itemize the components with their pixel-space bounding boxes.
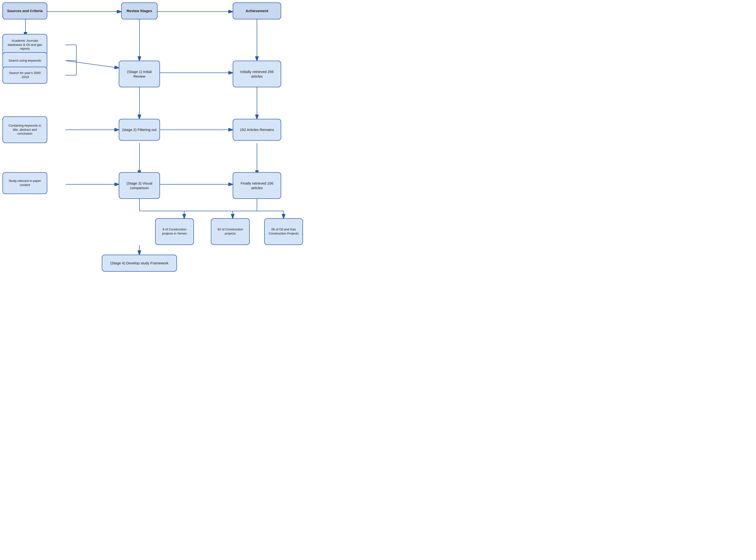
stage2-box: (stage 2) Filtering out	[119, 119, 160, 141]
stage1-box: (Stage 1) Initial Review	[119, 61, 160, 87]
construction-yemen-label: 8 of Construction projects in Yemen	[159, 227, 190, 236]
stage4-box: (Stage 4) Develop study Framework	[102, 255, 177, 272]
achievement-box: Achievement	[233, 2, 281, 19]
achievement-label: Achievement	[246, 8, 268, 13]
oil-gas-box: 06 of Oil and Gas Construction Projects	[264, 218, 303, 245]
articles-remains-label: 192 Articles Remains	[240, 127, 274, 132]
stage3-label: (Stage 3) Visual comparison	[122, 181, 156, 191]
finally-retrieved-label: Finally retrieved 106 articles	[236, 181, 278, 191]
study-relevant-label: Study relevant in paper content	[6, 179, 44, 187]
containing-keywords-label: Containing keywords in title, abstract a…	[6, 124, 44, 136]
oil-gas-label: 06 of Oil and Gas Construction Projects	[268, 227, 299, 236]
stage3-box: (Stage 3) Visual comparison	[119, 172, 160, 199]
search-year-label: Search for year's 2000 -2018	[6, 71, 44, 79]
search-year-box: Search for year's 2000 -2018	[2, 67, 47, 84]
sources-criteria-box: Sources and Criteria	[2, 2, 47, 19]
review-stages-label: Review Stages	[127, 8, 152, 13]
svg-line-10	[65, 61, 119, 68]
construction-92-label: 92 of Construction projects	[214, 227, 246, 236]
initial-retrieved-label: Initially retrieved 256 articles	[236, 69, 278, 79]
articles-remains-box: 192 Articles Remains	[233, 119, 281, 141]
finally-retrieved-box: Finally retrieved 106 articles	[233, 172, 281, 199]
stage2-label: (stage 2) Filtering out	[122, 127, 156, 132]
stage1-label: (Stage 1) Initial Review	[122, 69, 156, 79]
flowchart: Sources and Criteria Review Stages Achie…	[0, 0, 378, 280]
review-stages-box: Review Stages	[121, 2, 158, 19]
academic-journals-label: Academic Journals databases & Oil and ga…	[6, 39, 44, 51]
search-keywords-label: Search using keywords	[8, 59, 41, 63]
construction-yemen-box: 8 of Construction projects in Yemen	[155, 218, 194, 245]
sources-criteria-label: Sources and Criteria	[7, 8, 43, 13]
initial-retrieved-box: Initially retrieved 256 articles	[233, 61, 281, 87]
construction-92-box: 92 of Construction projects	[211, 218, 250, 245]
stage4-label: (Stage 4) Develop study Framework	[110, 261, 168, 265]
containing-keywords-box: Containing keywords in title, abstract a…	[2, 116, 47, 143]
study-relevant-box: Study relevant in paper content	[2, 172, 47, 194]
